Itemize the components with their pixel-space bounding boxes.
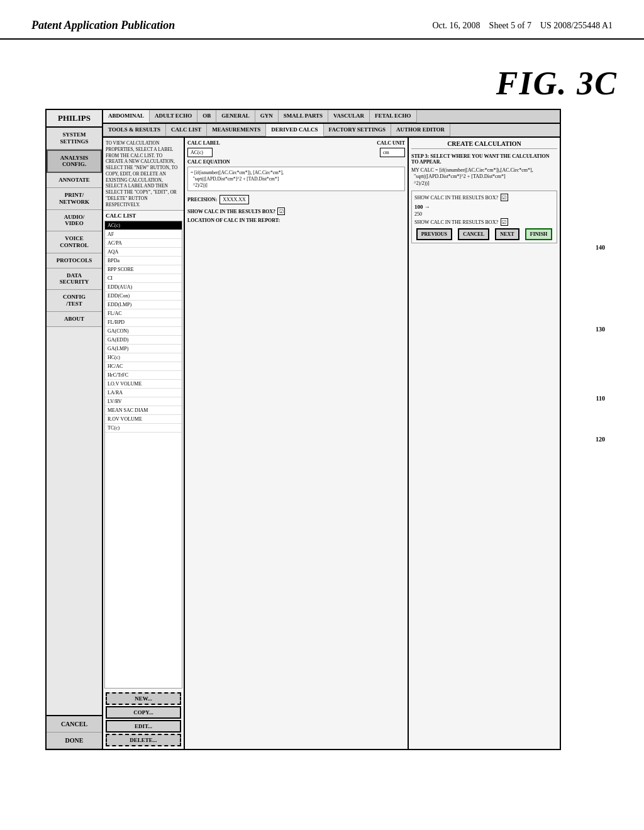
sidebar-item-annotate[interactable]: ANNOTATE (47, 173, 102, 188)
show-calc-results-create-checkbox[interactable]: ☑ (501, 194, 508, 201)
calc-item-acpa[interactable]: AC/PA (105, 239, 182, 248)
content-split: TO VIEW CALCULATION PROPERTIES, SELECT A… (103, 138, 560, 749)
tab-fetal-echo[interactable]: FETAL ECHO (370, 110, 417, 123)
tab-small-parts[interactable]: SMALL PARTS (279, 110, 328, 123)
header-sheet: Sheet 5 of 7 (489, 21, 531, 30)
done-sidebar-button[interactable]: DONE (47, 733, 102, 749)
calc-item-flac[interactable]: FL/AC (105, 309, 182, 318)
cancel-button[interactable]: CANCEL (458, 228, 489, 240)
ref-110: 110 (596, 395, 605, 402)
previous-button[interactable]: PREVIOUS (416, 228, 452, 240)
calc-equation-label: CALC EQUATION (187, 159, 405, 165)
tab-gyn[interactable]: GYN (255, 110, 279, 123)
sidebar-item-protocols[interactable]: PROTOCOLS (47, 253, 102, 268)
tab-ob[interactable]: OB (197, 110, 216, 123)
calc-label-value[interactable]: AC(c) (187, 148, 213, 157)
calc-item-edd-con[interactable]: EDD(Con) (105, 292, 182, 301)
calc-equation-box[interactable]: = [if(isnumber([AC.Circ*cm*]), [AC.Circ*… (187, 167, 405, 191)
list-panel-info: TO VIEW CALCULATION PROPERTIES, SELECT A… (103, 138, 184, 211)
sidebar-item-about[interactable]: ABOUT (47, 312, 102, 327)
ref-120: 120 (596, 436, 605, 443)
tab-adult-echo[interactable]: ADULT ECHO (150, 110, 197, 123)
calc-item-af[interactable]: AF (105, 230, 182, 239)
top-tab-row: ABDOMINAL ADULT ECHO OB GENERAL GYN SMAL… (103, 110, 560, 124)
calc-item-mean-sac[interactable]: MEAN SAC DIAM (105, 406, 182, 415)
delete-button[interactable]: DELETE... (106, 734, 181, 746)
location-row: LOCATION OF CALC IN THE REPORT: (187, 218, 405, 223)
ref-130: 130 (596, 326, 605, 333)
show-calc-results-label: SHOW CALC IN THE RESULTS BOX? (187, 209, 275, 214)
page-header: Patent Application Publication Oct. 16, … (0, 0, 644, 40)
calc-item-lvrv[interactable]: LV/RV (105, 397, 182, 406)
show-calc-results-create-label: SHOW CALC IN THE RESULTS BOX? (414, 195, 498, 201)
tab-measurements[interactable]: MEASUREMENTS (207, 124, 266, 136)
sidebar-item-config-test[interactable]: CONFIG/TEST (47, 290, 102, 312)
tab-vascular[interactable]: VASCULAR (328, 110, 370, 123)
calc-item-bpda[interactable]: BPDa (105, 257, 182, 265)
finish-button[interactable]: FINISH (525, 228, 553, 240)
header-date: Oct. 16, 2008 (432, 21, 480, 30)
precision-label: PRECISION: (187, 197, 217, 202)
calc-item-lara[interactable]: LA/RA (105, 389, 182, 397)
cancel-sidebar-button[interactable]: CANCEL (47, 716, 102, 733)
calc-item-hcc[interactable]: HC(c) (105, 353, 182, 362)
calc-label-row: CALC LABEL CALC UNIT (187, 140, 405, 146)
calc-list-box[interactable]: AC(c) AF AC/PA AQA BPDa BPP SCORE CI EDD… (104, 221, 182, 689)
show-calc-results-create2: SHOW CALC IN THE RESULTS BOX? ☑ (414, 218, 554, 226)
sidebar-item-print-network[interactable]: PRINT/NETWORK (47, 188, 102, 210)
calc-item-ac[interactable]: AC(c) (105, 221, 182, 230)
calc-item-ga-con[interactable]: GA(CON) (105, 327, 182, 336)
tab-calc-list[interactable]: CALC LIST (166, 124, 207, 136)
main-content: FIG. 3C 140 130 110 120 2 (0, 40, 644, 800)
edit-button[interactable]: EDIT... (106, 720, 181, 733)
list-buttons: NEW... COPY... EDIT... DELETE... (103, 690, 184, 749)
sidebar-item-data-security[interactable]: DATASECURITY (47, 268, 102, 290)
tab-derived-calcs[interactable]: DERIVED CALCS (266, 124, 323, 136)
show-calc-results-create2-checkbox[interactable]: ☑ (501, 218, 508, 226)
calc-item-aqa[interactable]: AQA (105, 248, 182, 257)
calc-item-rov-volume[interactable]: R.OV VOLUME (105, 415, 182, 424)
calc-item-hcac[interactable]: HC/AC (105, 362, 182, 371)
calc-list-label: CALC LIST (103, 211, 184, 219)
calc-item-edd-lmp[interactable]: EDD(LMP) (105, 301, 182, 309)
show-calc-results-checkbox[interactable]: ☑ (277, 208, 285, 215)
brand-label: PHILIPS (50, 113, 99, 123)
tab-author-editor[interactable]: AUTHOR EDITOR (391, 124, 450, 136)
nav-row: PREVIOUS CANCEL NEXT FINISH (414, 228, 554, 240)
sidebar-item-system-settings[interactable]: SYSTEMSETTINGS (47, 128, 102, 150)
calc-unit-text: CALC UNIT (377, 140, 405, 146)
detail-panel: CALC LABEL CALC UNIT AC(c) cm CALC EQUAT… (185, 138, 409, 749)
sidebar-item-audio-video[interactable]: AUDIO/VIDEO (47, 210, 102, 232)
calc-item-edd-aua[interactable]: EDD(AUA) (105, 283, 182, 292)
next-button[interactable]: NEXT (495, 228, 519, 240)
calc-label-text: CALC LABEL (187, 140, 220, 146)
tab-abdominal[interactable]: ABDOMINAL (103, 110, 150, 123)
new-button[interactable]: NEW... (106, 692, 181, 705)
sidebar-item-analysis-config[interactable]: ANALYSISCONFIG. (47, 150, 102, 174)
header-meta: Oct. 16, 2008 Sheet 5 of 7 US 2008/25544… (432, 19, 613, 32)
calc-item-ga-lmp[interactable]: GA(LMP) (105, 345, 182, 353)
calc-item-flbpd[interactable]: FL/BPD (105, 318, 182, 327)
copy-button[interactable]: COPY... (106, 706, 181, 719)
tab-general[interactable]: GENERAL (216, 110, 255, 123)
diagram-area: FIG. 3C 140 130 110 120 2 (26, 58, 618, 788)
sidebar-item-voice-control[interactable]: VOICECONTROL (47, 231, 102, 253)
calc-item-ga-edd[interactable]: GA(EDD) (105, 336, 182, 345)
nav-buttons-area: SHOW CALC IN THE RESULTS BOX? ☑ 100 → 25… (411, 191, 557, 243)
tab-factory-settings[interactable]: FACTORY SETTINGS (324, 124, 391, 136)
calc-item-hrc-trfc[interactable]: HrC/TrFC (105, 371, 182, 380)
precision-value[interactable]: XXXX.XX (219, 195, 249, 204)
show-calc-results-create: SHOW CALC IN THE RESULTS BOX? ☑ (414, 194, 554, 201)
calc-unit-value[interactable]: cm (380, 148, 405, 157)
create-panel: CREATE CALCULATION STEP 3: SELECT WHERE … (409, 138, 560, 749)
left-sidebar: PHILIPS SYSTEMSETTINGS ANALYSISCONFIG. A… (47, 110, 103, 749)
tab-tools-results[interactable]: TOOLS & RESULTS (103, 124, 166, 136)
my-calc-label: MY CALC = [if(isnumber([AC.Circ*cm*]),[A… (411, 167, 557, 187)
calc-values-row: AC(c) cm (187, 148, 405, 157)
sidebar-menu: SYSTEMSETTINGS ANALYSISCONFIG. ANNOTATE … (47, 128, 102, 715)
calc-item-ci[interactable]: CI (105, 274, 182, 283)
calc-item-lo-volume[interactable]: LO.V VOLUME (105, 380, 182, 389)
calc-item-tcc[interactable]: TC(c) (105, 424, 182, 433)
list-panel: TO VIEW CALCULATION PROPERTIES, SELECT A… (103, 138, 185, 749)
calc-item-bpp-score[interactable]: BPP SCORE (105, 265, 182, 274)
